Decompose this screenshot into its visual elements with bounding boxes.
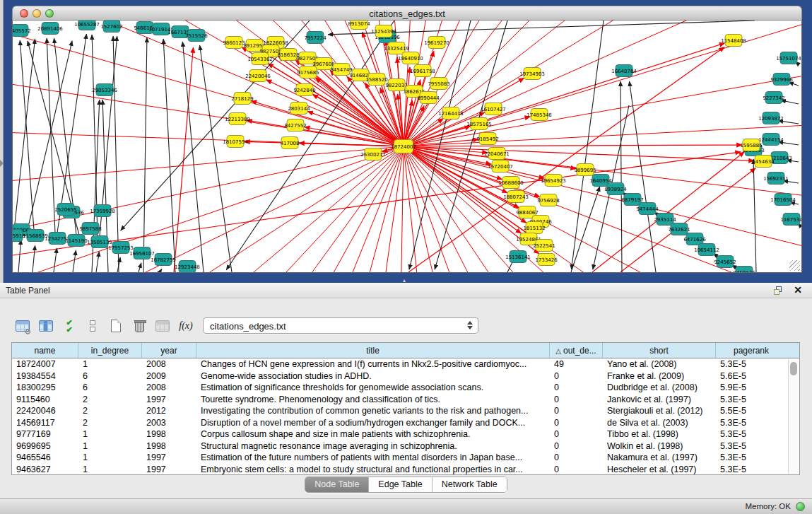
table-selector[interactable]: citations_edges.txt	[203, 317, 478, 334]
graph-node[interactable]: 1187534	[780, 214, 801, 226]
graph-node[interactable]: 1145190	[65, 235, 87, 247]
graph-node[interactable]: 7957224	[304, 32, 326, 44]
graph-node[interactable]: 9897588	[79, 223, 101, 235]
graph-node[interactable]: 1405572	[13, 25, 31, 37]
row-mode-icon[interactable]	[84, 317, 101, 334]
graph-node[interactable]: 19654923	[541, 175, 566, 187]
select-all-icon[interactable]: ✔✔	[61, 317, 78, 334]
graph-node[interactable]: 15136141	[505, 251, 531, 263]
float-panel-icon[interactable]	[774, 286, 782, 295]
import-table-icon[interactable]	[154, 317, 171, 334]
tab-network-table[interactable]: Network Table	[432, 477, 507, 492]
show-column-icon[interactable]	[37, 317, 54, 334]
table-row[interactable]: 946554611997Estimation of the future num…	[12, 452, 799, 464]
graph-node[interactable]: 18724007	[391, 140, 416, 153]
table-row[interactable]: 1456911722003Disruption of a novel membe…	[12, 417, 799, 429]
window-resize-grip[interactable]	[789, 260, 800, 271]
graph-node[interactable]: 16961758	[410, 65, 435, 77]
graph-node[interactable]: 2520655	[54, 204, 76, 216]
tab-node-table[interactable]: Node Table	[305, 477, 368, 492]
graph-node[interactable]: 29053346	[92, 84, 117, 96]
graph-node[interactable]: 15751074	[776, 52, 801, 64]
graph-node[interactable]: 9242848	[293, 84, 315, 96]
graph-node[interactable]: 12923448	[175, 261, 200, 273]
graph-node[interactable]: 1454634	[752, 156, 775, 168]
graph-node[interactable]: 12213389	[225, 113, 250, 125]
table-row[interactable]: 946362711997Embryonic stem cells: a mode…	[12, 464, 799, 476]
network-window-titlebar[interactable]: citations_edges.txt	[12, 6, 802, 21]
graph-node[interactable]: 12093872	[758, 112, 784, 124]
network-canvas[interactable]: 1405572208914061065528715276029466160107…	[13, 21, 801, 272]
panel-collapse-arrow-icon[interactable]	[0, 160, 4, 167]
graph-node[interactable]: 19734903	[519, 68, 545, 80]
graph-node[interactable]: 8913074	[348, 21, 370, 30]
graph-node[interactable]: 8990444	[417, 92, 440, 104]
graph-node[interactable]: 10688609	[498, 177, 524, 189]
table-row[interactable]: 977716911998Corpus callosum shape and si…	[12, 428, 799, 440]
graph-node[interactable]: 11548408	[721, 35, 746, 47]
graph-node[interactable]: 1527602	[100, 21, 122, 33]
graph-node[interactable]: 20891406	[37, 23, 63, 35]
column-header[interactable]: △out_de...	[550, 343, 603, 358]
graph-node[interactable]: 1815132	[523, 222, 545, 234]
function-builder-icon[interactable]: f(x)	[177, 317, 194, 334]
graph-node[interactable]: 1733426	[535, 254, 558, 266]
table-row[interactable]: 2242004622012Investigating the contribut…	[12, 405, 799, 417]
column-header[interactable]: pagerank	[716, 343, 787, 358]
graph-node[interactable]: 9474444	[636, 203, 659, 215]
graph-node[interactable]: 9227342	[763, 92, 784, 104]
graph-node[interactable]: 9175685	[297, 66, 319, 78]
graph-node[interactable]: 16107427	[481, 103, 506, 115]
table-row[interactable]: 911546021997Tourette syndrome. Phenomeno…	[12, 394, 799, 406]
network-view[interactable]: 1405572208914061065528715276029466160107…	[12, 21, 802, 273]
graph-node[interactable]: 2718129	[231, 93, 253, 105]
graph-node[interactable]: 17016504	[770, 194, 796, 206]
graph-node[interactable]: 8427552	[284, 119, 306, 132]
scrollbar-thumb[interactable]	[790, 362, 797, 375]
graph-node[interactable]: 9245652	[714, 256, 736, 268]
new-document-icon[interactable]	[107, 317, 124, 334]
table-row[interactable]: 1872400712008Changes of HCN gene express…	[12, 358, 799, 370]
table-settings-icon[interactable]: ⚙	[14, 317, 31, 334]
graph-node[interactable]: 12444154	[758, 134, 784, 146]
graph-node[interactable]: 1595885	[740, 139, 762, 151]
graph-node[interactable]: 10654112	[694, 244, 719, 256]
graph-node[interactable]: 2803144	[288, 103, 310, 115]
table-row[interactable]: 969969511998Structural magnetic resonanc…	[12, 440, 799, 452]
graph-node[interactable]: 9329966	[770, 74, 793, 86]
graph-node[interactable]: 9450126	[733, 267, 755, 273]
graph-node[interactable]: 12164418	[438, 107, 464, 119]
graph-node[interactable]: 17359928	[90, 205, 115, 217]
delete-icon[interactable]	[131, 317, 148, 334]
graph-node[interactable]: 9899695	[574, 164, 596, 176]
graph-node[interactable]: 7515526	[185, 30, 208, 42]
graph-node[interactable]: 9185492	[476, 133, 498, 145]
column-header[interactable]: year	[142, 343, 196, 358]
graph-node[interactable]: 2522541	[533, 240, 555, 252]
table-row[interactable]: 1830029562008Estimation of significance …	[12, 382, 799, 394]
graph-node[interactable]: 7632621	[668, 223, 690, 235]
graph-node[interactable]: 417008	[281, 137, 300, 149]
graph-node[interactable]: 19619270	[424, 37, 449, 49]
graph-node[interactable]: 9860123	[223, 37, 245, 49]
tab-edge-table[interactable]: Edge Table	[368, 477, 431, 492]
graph-node[interactable]: 6471626	[683, 233, 706, 245]
table-row[interactable]: 1938455462009Genome-wide association stu…	[12, 370, 799, 382]
graph-node[interactable]: 16648784	[611, 65, 637, 77]
column-header[interactable]: title	[196, 343, 550, 358]
graph-node[interactable]: 15692311	[763, 173, 789, 185]
graph-node[interactable]: 8938924	[604, 183, 627, 195]
column-header[interactable]: short	[603, 343, 716, 358]
graph-node[interactable]: 7955083	[428, 78, 449, 90]
column-header[interactable]: name	[12, 343, 78, 358]
graph-node[interactable]: 9756928	[537, 194, 559, 206]
vertical-scrollbar[interactable]	[788, 360, 799, 474]
table-panel-header[interactable]: Table Panel ✕	[0, 283, 812, 298]
column-header[interactable]: in_degree	[78, 343, 142, 358]
graph-node[interactable]: 18107554	[223, 136, 248, 148]
graph-node[interactable]: 17485346	[526, 109, 552, 121]
table-cell: 2	[78, 394, 142, 406]
graph-node[interactable]: 10655287	[74, 21, 100, 30]
graph-node[interactable]: 1588520	[365, 74, 387, 86]
close-panel-icon[interactable]: ✕	[794, 284, 802, 296]
